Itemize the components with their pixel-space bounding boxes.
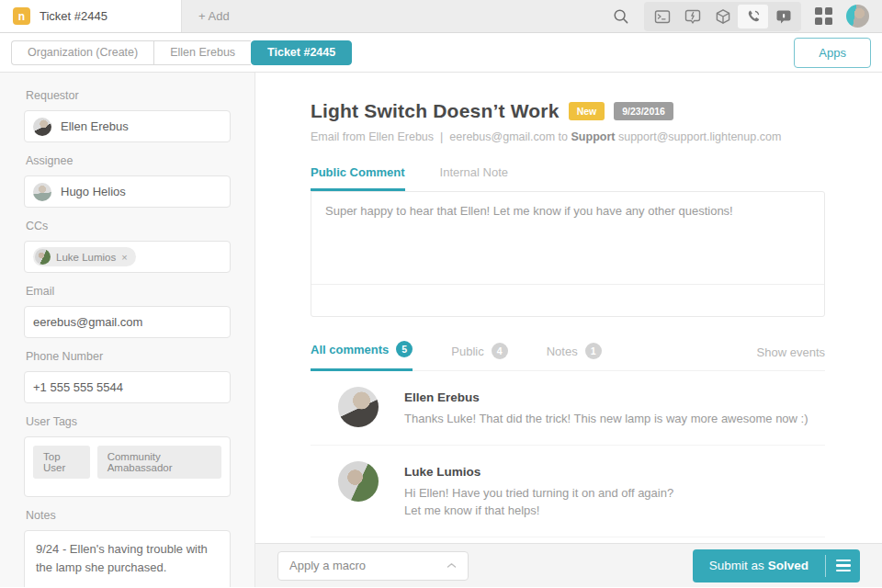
ticket-meta: Email from Ellen Erebus|eerebus@gmail.co…	[311, 130, 825, 143]
active-ticket-tab[interactable]: n Ticket #2445	[0, 0, 182, 32]
filter-public[interactable]: Public 4	[451, 343, 507, 370]
assignee-field[interactable]: Hugo Helios	[24, 175, 231, 208]
meta-email: eerebus@gmail.com to	[449, 130, 568, 143]
ccs-field[interactable]: Luke Lumios ×	[24, 241, 231, 273]
phone-field[interactable]: +1 555 555 5544	[24, 371, 231, 403]
phone-value: +1 555 555 5544	[33, 380, 123, 394]
phone-icon[interactable]	[738, 5, 768, 28]
comment-filter-tabs: All comments 5 Public 4 Notes 1 Show eve…	[311, 341, 825, 371]
meta-address: support@support.lightenup.com	[618, 130, 781, 143]
console-icon[interactable]	[647, 5, 677, 28]
cc-remove-icon[interactable]: ×	[121, 252, 127, 263]
public-count-badge: 4	[492, 343, 508, 359]
notes-label: Notes	[26, 509, 231, 522]
channel-toolbar	[644, 2, 801, 31]
assignee-label: Assignee	[26, 154, 231, 167]
all-comments-count-badge: 5	[396, 341, 413, 357]
email-value: eerebus@gmail.com	[33, 315, 142, 329]
status-badge: New	[569, 102, 605, 120]
apply-macro-value: Apply a macro	[289, 559, 366, 572]
comment-avatar-ellen	[338, 387, 379, 427]
submit-prefix: Submit as	[709, 559, 764, 572]
tag-community-ambassador[interactable]: Community Amabassador	[97, 446, 221, 479]
user-tags-field[interactable]: Top User Community Amabassador	[24, 436, 231, 497]
search-icon[interactable]	[612, 7, 630, 26]
cc-avatar	[35, 249, 51, 265]
chevron-up-icon	[447, 562, 457, 569]
notes-value: 9/24 - Ellen's having trouble with the l…	[36, 540, 219, 576]
assignee-avatar	[33, 183, 51, 201]
requestor-label: Requestor	[26, 89, 231, 102]
notes-field[interactable]: 9/24 - Ellen's having trouble with the l…	[24, 530, 231, 587]
comment-avatar-luke	[338, 461, 379, 502]
comment-text: Thanks Luke! That did the trick! This ne…	[404, 410, 808, 428]
meta-separator: |	[440, 130, 443, 143]
filter-all-comments-label: All comments	[311, 343, 389, 356]
apply-macro-select[interactable]: Apply a macro	[277, 551, 469, 581]
comment-row: Luke Lumios Hi Ellen! Have you tried tur…	[311, 446, 825, 537]
add-tab-button[interactable]: + Add	[198, 0, 230, 32]
app-logo: n	[13, 7, 30, 25]
chat-icon[interactable]	[768, 5, 798, 28]
submit-options-menu-button[interactable]	[826, 549, 860, 582]
comment-text: Hi Ellen! Have you tried turning it on a…	[404, 484, 673, 503]
app-grid-icon[interactable]	[815, 7, 832, 25]
ticket-sidebar: Requestor Ellen Erebus Assignee Hugo Hel…	[0, 73, 255, 587]
tab-ticket-2445[interactable]: Ticket #2445	[251, 40, 352, 65]
email-field[interactable]: eerebus@gmail.com	[24, 306, 231, 338]
apps-button[interactable]: Apps	[794, 38, 871, 68]
composer-toolbar	[311, 285, 824, 316]
context-tabs: Organization (Create) Ellen Erebus Ticke…	[11, 40, 352, 65]
ccs-label: CCs	[26, 220, 231, 232]
filter-public-label: Public	[451, 345, 483, 358]
tab-organization-create[interactable]: Organization (Create)	[11, 40, 153, 65]
submit-status: Solved	[768, 559, 808, 572]
filter-notes-label: Notes	[547, 345, 578, 358]
quick-reply-icon[interactable]	[677, 5, 707, 28]
comment-author: Ellen Erebus	[404, 390, 808, 404]
user-tags-label: User Tags	[26, 415, 231, 428]
composer-tabs: Public Comment Internal Note	[311, 165, 825, 191]
requestor-field[interactable]: Ellen Erebus	[24, 110, 231, 142]
submit-as-solved-button[interactable]: Submit as Solved	[693, 549, 825, 582]
comment-row: Ellen Erebus Thanks Luke! That did the t…	[311, 371, 825, 446]
requestor-avatar	[33, 118, 51, 136]
meta-channel: Email from Ellen Erebus	[311, 130, 434, 143]
email-label: Email	[26, 285, 231, 298]
notes-count-badge: 1	[585, 343, 602, 359]
phone-label: Phone Number	[26, 350, 231, 363]
ticket-tab-title: Ticket #2445	[40, 9, 107, 23]
package-icon[interactable]	[707, 5, 738, 28]
cc-name: Luke Lumios	[56, 252, 116, 263]
ticket-title: Light Switch Doesn’t Work	[311, 100, 560, 122]
comment-text: Let me know if that helps!	[404, 502, 673, 520]
comment-textarea[interactable]: Super happy to hear that Ellen! Let me k…	[311, 192, 824, 285]
ticket-main: Light Switch Doesn’t Work New 9/23/2016 …	[255, 73, 882, 543]
tab-public-comment[interactable]: Public Comment	[311, 165, 405, 191]
user-avatar[interactable]	[846, 5, 869, 28]
show-events-toggle[interactable]: Show events	[757, 345, 825, 370]
tab-internal-note[interactable]: Internal Note	[440, 165, 508, 191]
top-bar: n Ticket #2445 + Add	[0, 0, 882, 33]
tab-ellen-erebus[interactable]: Ellen Erebus	[153, 40, 251, 65]
comment-composer: Super happy to hear that Ellen! Let me k…	[311, 191, 825, 317]
context-bar: Organization (Create) Ellen Erebus Ticke…	[0, 33, 882, 73]
assignee-value: Hugo Helios	[61, 185, 126, 198]
requestor-value: Ellen Erebus	[61, 119, 129, 133]
ticket-footer: Apply a macro Submit as Solved	[255, 543, 882, 587]
tag-top-user[interactable]: Top User	[33, 446, 90, 479]
date-badge: 9/23/2016	[614, 102, 673, 120]
comment-author: Luke Lumios	[404, 465, 673, 479]
cc-chip[interactable]: Luke Lumios ×	[33, 247, 136, 266]
submit-split-button: Submit as Solved	[693, 549, 860, 582]
filter-notes[interactable]: Notes 1	[547, 343, 602, 370]
filter-all-comments[interactable]: All comments 5	[311, 341, 413, 371]
meta-group: Support	[571, 130, 616, 143]
